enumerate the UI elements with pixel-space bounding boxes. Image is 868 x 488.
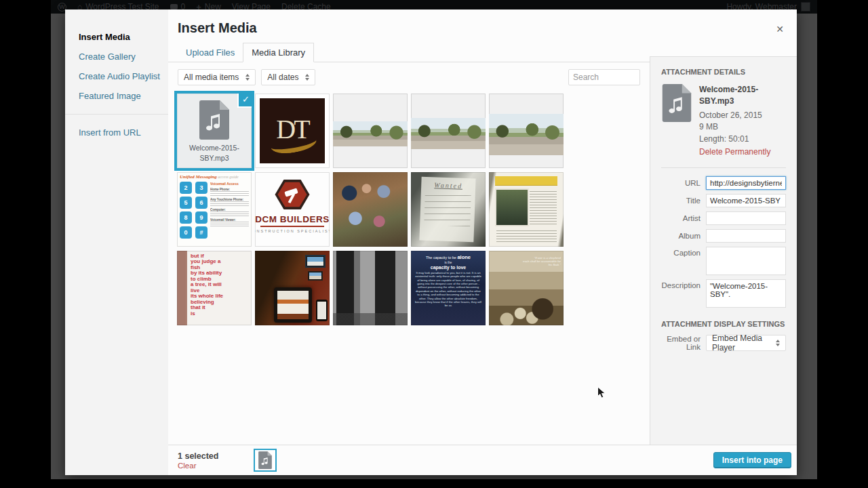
street-photo-image [333, 121, 408, 146]
guide-title: Unified Messaging [180, 174, 217, 180]
menu-item-create-gallery[interactable]: Create Gallery [65, 47, 168, 66]
menu-item-insert-from-url[interactable]: Insert from URL [65, 123, 168, 142]
media-modal-menu: Insert Media Create Gallery Create Audio… [65, 9, 168, 475]
menu-item-create-audio-playlist[interactable]: Create Audio Playlist [65, 66, 168, 86]
attachment-flyer-photo[interactable] [489, 172, 564, 247]
attachment-size: 9 MB [699, 121, 786, 133]
attachment-sheep-photo[interactable]: "If one is a shepherd each shall be acco… [489, 251, 564, 325]
attachment-filename: Welcome-2015-SBY.mp3 [180, 143, 249, 165]
dcm-hexagon-logo [275, 179, 310, 210]
date-filter-value: All dates [267, 73, 298, 82]
date-filter-select[interactable]: All dates [261, 69, 315, 85]
delete-permanently-link[interactable]: Delete Permanently [699, 146, 786, 158]
attachment-street-photo-3[interactable] [489, 94, 564, 168]
mockup-phone [316, 300, 328, 321]
flyer-photo [496, 190, 528, 225]
media-toolbar: All media items All dates [168, 62, 650, 85]
embed-or-link-label: Embed or Link [661, 335, 701, 351]
embed-select[interactable]: Embed Media Player [706, 335, 786, 351]
menu-item-featured-image[interactable]: Featured Image [65, 86, 168, 106]
menu-separator [65, 114, 168, 115]
dcm-name: DCM BUILDERS [255, 214, 330, 224]
caption-textarea[interactable] [706, 247, 786, 275]
attachment-wanted-sign-photo[interactable]: Wanted [411, 172, 486, 247]
selected-count: 1 selected [178, 451, 218, 461]
audio-file-icon [199, 100, 230, 142]
clear-selection-link[interactable]: Clear [178, 462, 218, 470]
artist-input[interactable] [706, 211, 786, 225]
attachment-alone-quote[interactable]: The capacity to be alone is the capacity… [411, 251, 486, 325]
search-input[interactable] [568, 69, 640, 85]
attachment-street-photo-1[interactable] [333, 94, 408, 168]
mockup-screen [308, 271, 323, 281]
url-label: URL [661, 179, 701, 187]
sheep-quote-text: "If one is a shepherd each shall be acco… [519, 256, 561, 266]
guide-subtitle: access guide [217, 175, 239, 179]
album-input[interactable] [706, 229, 786, 243]
keypad: 2 3 5 6 8 9 0 # [180, 182, 208, 239]
attachment-details-heading: ATTACHMENT DETAILS [661, 68, 786, 76]
dcm-rule [260, 226, 324, 227]
caption-label: Caption [661, 247, 701, 257]
wanted-heading: Wanted [425, 181, 471, 190]
mockup-screen [305, 255, 326, 268]
flyer-text-lines [496, 230, 557, 243]
street-photo-image [411, 118, 486, 149]
wordpress-page: W ⌂ WordPress Test Site 0 + New View Pag… [51, 0, 817, 479]
insert-media-modal: ✕ Insert Media Create Gallery Create Aud… [65, 9, 797, 475]
attachment-street-photo-2[interactable] [411, 94, 486, 168]
check-icon[interactable]: ✓ [239, 94, 252, 106]
attachment-fish-quote-poster[interactable]: but if you judge a fish by its ability t… [177, 251, 252, 325]
attachment-dcm-builders-logo[interactable]: DCM BUILDERS CONSTRUCTION SPECIALISTS [255, 172, 330, 247]
attachment-thumbnail-icon [661, 84, 692, 158]
close-icon[interactable]: ✕ [771, 20, 789, 38]
select-arrows-icon [245, 74, 250, 81]
display-settings-heading: ATTACHMENT DISPLAY SETTINGS [661, 320, 786, 328]
guide-text-column: Voicemail Access Home Phone: Any Touchto… [210, 182, 249, 239]
flyer-banner [495, 176, 557, 185]
tab-upload-files[interactable]: Upload Files [178, 43, 243, 62]
attachment-date: October 26, 2015 [699, 110, 786, 121]
media-type-filter-value: All media items [184, 73, 239, 82]
media-toolbar-footer: 1 selected Clear Insert into page [168, 445, 797, 475]
media-frame-content: Insert Media Upload Files Media Library … [168, 9, 650, 445]
media-type-filter-select[interactable]: All media items [178, 69, 256, 85]
divider [661, 167, 786, 168]
title-input[interactable] [706, 194, 786, 207]
attachment-family-photo[interactable] [333, 172, 408, 247]
artist-label: Artist [661, 214, 701, 222]
fish-quote-text: but if you judge a fish by its ability t… [191, 253, 250, 317]
attachment-dt-logo[interactable]: DT [255, 94, 330, 168]
street-photo-image [489, 114, 564, 156]
page-title: Insert Media [168, 9, 650, 36]
dcm-tagline: CONSTRUCTION SPECIALISTS [255, 229, 330, 233]
attachment-length: Length: 50:01 [699, 134, 786, 145]
wanted-sign-paper: Wanted [419, 177, 475, 243]
menu-item-insert-media[interactable]: Insert Media [65, 27, 168, 47]
attachment-details-sidebar: ATTACHMENT DETAILS Welcome-2015-SBY.mp3 … [650, 56, 797, 445]
tab-media-library[interactable]: Media Library [243, 43, 314, 62]
title-label: Title [661, 197, 701, 205]
dt-logo-image: DT [260, 98, 325, 163]
insert-into-page-button[interactable]: Insert into page [713, 452, 791, 468]
album-label: Album [661, 232, 701, 240]
mockup-tablet [274, 287, 312, 323]
select-arrows-icon [305, 74, 309, 81]
attachment-suits-photo[interactable] [333, 251, 408, 325]
select-arrows-icon [776, 340, 780, 346]
attachment-website-mockup[interactable] [255, 251, 330, 325]
description-textarea[interactable]: "Welcome-2015-SBY". [706, 279, 786, 308]
attachment-audio-welcome-mp3[interactable]: ✓ Welcome-2015-SBY.mp3 [177, 94, 252, 168]
description-label: Description [661, 279, 701, 289]
selected-attachment-thumbnail[interactable] [254, 449, 277, 472]
media-grid: ✓ Welcome-2015-SBY.mp3 DT [168, 85, 650, 325]
attachment-filename: Welcome-2015-SBY.mp3 [699, 84, 786, 108]
flyer-text-lines [530, 191, 557, 225]
media-router-tabs: Upload Files Media Library [168, 36, 650, 62]
embed-select-value: Embed Media Player [712, 333, 769, 352]
url-input[interactable] [706, 176, 786, 190]
attachment-messaging-guide[interactable]: Unified Messaging access guide 2 3 5 6 8… [177, 172, 252, 247]
